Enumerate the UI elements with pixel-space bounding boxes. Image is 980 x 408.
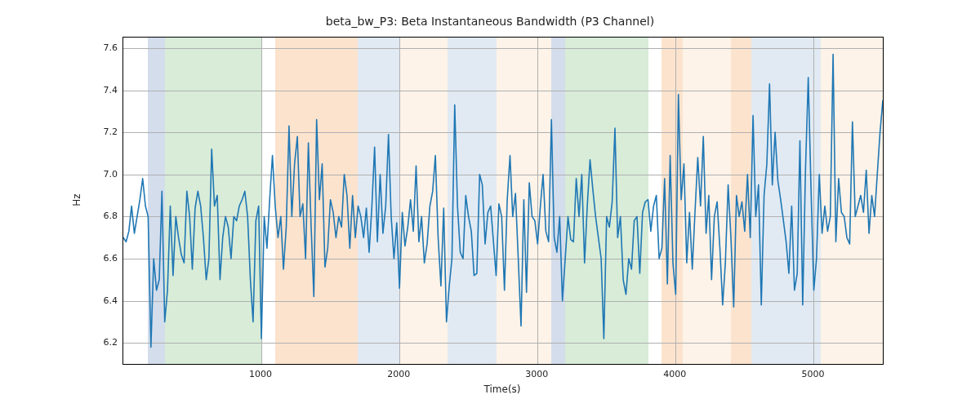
figure: beta_bw_P3: Beta Instantaneous Bandwidth…	[0, 0, 980, 408]
x-axis-label: Time(s)	[484, 384, 521, 395]
y-tick-label: 6.8	[104, 211, 118, 221]
x-tick-label: 1000	[249, 369, 272, 379]
chart-title: beta_bw_P3: Beta Instantaneous Bandwidth…	[0, 15, 980, 28]
y-tick-label: 6.4	[104, 295, 118, 305]
y-tick-label: 6.6	[104, 252, 118, 263]
plot-area	[122, 37, 884, 365]
x-tick-label: 5000	[801, 369, 824, 379]
series-line	[123, 55, 883, 348]
y-tick-label: 7.2	[104, 126, 118, 137]
line-svg	[123, 38, 883, 364]
y-tick-label: 6.2	[104, 337, 118, 348]
x-tick-label: 4000	[663, 369, 686, 379]
y-axis-label: Hz	[71, 193, 82, 206]
y-tick-label: 7.0	[104, 168, 118, 179]
y-tick-label: 7.4	[104, 84, 118, 95]
y-tick-label: 7.6	[104, 42, 118, 52]
x-tick-label: 3000	[525, 369, 548, 379]
x-tick-label: 2000	[387, 369, 410, 379]
